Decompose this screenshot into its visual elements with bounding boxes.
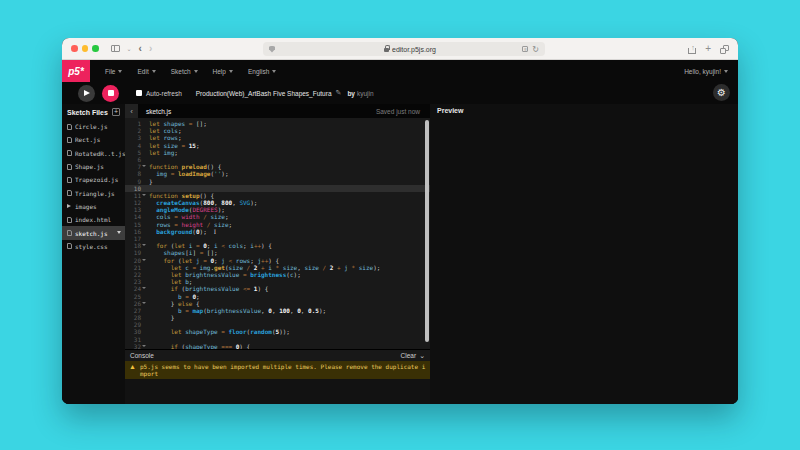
editor-scrollbar[interactable] xyxy=(425,120,429,342)
reload-icon[interactable]: ↻ xyxy=(532,45,539,54)
menu-sketch[interactable]: Sketch xyxy=(171,68,198,75)
edit-title-icon[interactable]: ✎ xyxy=(336,89,342,97)
settings-button[interactable]: ⚙ xyxy=(713,84,730,101)
code-line[interactable]: 28 } xyxy=(125,314,430,321)
menu-file[interactable]: File xyxy=(105,68,122,75)
account-menu[interactable]: Hello, kyujin! xyxy=(684,68,728,75)
file-item-shape-js[interactable]: Shape.js xyxy=(62,160,125,173)
code-line[interactable]: 27 b = map(brightnessValue, 0, 100, 0, 0… xyxy=(125,307,430,314)
maximize-window-button[interactable] xyxy=(92,45,99,52)
line-number: 20 xyxy=(125,257,141,264)
code-line[interactable]: 24 if (brightnessValue <= 1) { xyxy=(125,285,430,292)
minimize-window-button[interactable] xyxy=(82,45,89,52)
line-number: 2 xyxy=(125,127,141,134)
code-line[interactable]: 5let img; xyxy=(125,149,430,156)
file-item-circle-js[interactable]: Circle.js xyxy=(62,120,125,133)
play-icon xyxy=(84,90,90,96)
code-line[interactable]: 13 angleMode(DEGREES); xyxy=(125,206,430,213)
new-tab-icon[interactable]: + xyxy=(705,44,711,54)
file-item-triangle-js[interactable]: Triangle.js xyxy=(62,186,125,199)
menu-help[interactable]: Help xyxy=(213,68,233,75)
file-html-icon xyxy=(67,217,72,223)
code-line[interactable]: 1let shapes = []; xyxy=(125,120,430,127)
code-line[interactable]: 18 for (let i = 0; i < cols; i++) { xyxy=(125,242,430,249)
line-number: 15 xyxy=(125,221,141,228)
code-line[interactable]: 6 xyxy=(125,156,430,163)
sketch-author[interactable]: kyujin xyxy=(357,90,374,97)
code-line[interactable]: 15 rows = height / size; xyxy=(125,221,430,228)
file-item-images[interactable]: images xyxy=(62,200,125,213)
code-line[interactable]: 14 cols = width / size; xyxy=(125,213,430,220)
code-line[interactable]: 3let rows; xyxy=(125,134,430,141)
stop-button[interactable] xyxy=(102,85,119,102)
p5-logo[interactable]: p5* xyxy=(62,60,90,82)
close-window-button[interactable] xyxy=(71,45,78,52)
code-line[interactable]: 29 xyxy=(125,321,430,328)
line-number: 9 xyxy=(125,178,141,185)
file-item-index-html[interactable]: index.html xyxy=(62,213,125,226)
console-clear-button[interactable]: Clear ⌄ xyxy=(401,352,425,360)
code-line[interactable]: 25 b = 0; xyxy=(125,293,430,300)
browser-sidebar-icon[interactable] xyxy=(111,45,120,52)
collapse-sidebar-button[interactable]: ‹ xyxy=(125,104,138,118)
fold-arrow-icon[interactable] xyxy=(142,165,146,167)
line-number: 5 xyxy=(125,149,141,156)
code-editor[interactable]: 1let shapes = [];2let cols;3let rows;4le… xyxy=(125,118,430,349)
code-line[interactable]: 23 let b; xyxy=(125,278,430,285)
forward-button[interactable]: › xyxy=(149,44,152,54)
code-line[interactable]: 19 shapes[i] = []; xyxy=(125,249,430,256)
chevron-down-icon xyxy=(152,70,156,73)
code-line[interactable]: 4let size = 15; xyxy=(125,142,430,149)
file-item-rect-js[interactable]: Rect.js xyxy=(62,133,125,146)
code-text: let size = 15; xyxy=(141,142,200,149)
code-line[interactable]: 20 for (let j = 0; j < rows; j++) { xyxy=(125,257,430,264)
code-line[interactable]: 21 let c = img.get(size / 2 + i * size, … xyxy=(125,264,430,271)
file-name: Triangle.js xyxy=(75,190,115,197)
address-bar[interactable]: editor.p5js.org g ↻ xyxy=(263,42,545,56)
fold-arrow-icon[interactable] xyxy=(142,244,146,246)
file-item-sketch-js[interactable]: sketch.js xyxy=(62,226,125,239)
fold-arrow-icon[interactable] xyxy=(142,287,146,289)
code-line[interactable]: 2let cols; xyxy=(125,127,430,134)
fold-arrow-icon[interactable] xyxy=(142,345,146,347)
code-text: let b; xyxy=(141,278,192,285)
code-line[interactable]: 11function setup() { xyxy=(125,192,430,199)
file-js-icon xyxy=(67,150,72,156)
code-line[interactable]: 22 let brightnessValue = brightness(c); xyxy=(125,271,430,278)
page-translate-icon[interactable]: g xyxy=(522,46,528,52)
chevron-down-icon xyxy=(272,70,276,73)
privacy-shield-icon[interactable] xyxy=(269,46,275,53)
code-line[interactable]: 7function preload() { xyxy=(125,163,430,170)
share-icon[interactable]: ↑ xyxy=(688,45,696,54)
fold-arrow-icon[interactable] xyxy=(142,259,146,261)
back-button[interactable]: ‹ xyxy=(139,44,142,54)
code-text: function setup() { xyxy=(141,192,214,199)
file-item-rotatedr-t-js[interactable]: RotatedR..t.js xyxy=(62,147,125,160)
code-line[interactable]: 9} xyxy=(125,178,430,185)
file-options-icon[interactable] xyxy=(117,231,121,234)
code-line[interactable]: 16 background(0);I xyxy=(125,228,430,235)
menu-edit[interactable]: Edit xyxy=(137,68,155,75)
tab-sketch-js[interactable]: sketch.js xyxy=(138,108,179,115)
code-text xyxy=(141,336,149,343)
chevron-down-icon[interactable]: ⌄ xyxy=(127,45,132,52)
auto-refresh-checkbox[interactable] xyxy=(136,90,142,96)
code-line[interactable]: 17 xyxy=(125,235,430,242)
menu-language[interactable]: English xyxy=(248,68,276,75)
code-line[interactable]: 31 xyxy=(125,336,430,343)
add-file-button[interactable]: + xyxy=(112,108,120,116)
file-item-trapezoid-js[interactable]: Trapezoid.js xyxy=(62,173,125,186)
code-text: b = 0; xyxy=(141,293,200,300)
fold-arrow-icon[interactable] xyxy=(142,302,146,304)
sidebar-header: Sketch Files xyxy=(67,109,108,116)
code-line[interactable]: 30 let shapeType = floor(random(5)); xyxy=(125,328,430,335)
code-line[interactable]: 8 img = loadImage(''); xyxy=(125,170,430,177)
tab-overview-icon[interactable] xyxy=(720,45,729,54)
play-button[interactable] xyxy=(78,85,95,102)
code-line[interactable]: 26 } else { xyxy=(125,300,430,307)
code-line[interactable]: 12 createCanvas(800, 800, SVG); xyxy=(125,199,430,206)
code-text xyxy=(141,185,149,192)
fold-arrow-icon[interactable] xyxy=(142,194,146,196)
file-item-style-css[interactable]: style.css xyxy=(62,240,125,253)
code-line[interactable]: 10 xyxy=(125,185,430,192)
